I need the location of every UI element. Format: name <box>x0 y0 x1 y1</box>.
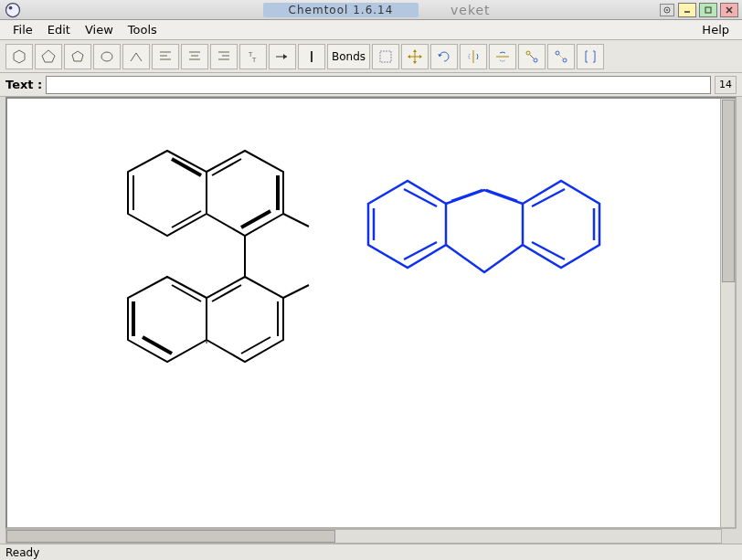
svg-line-51 <box>283 214 309 227</box>
svg-rect-5 <box>705 7 711 13</box>
status-text: Ready <box>5 546 39 559</box>
svg-marker-30 <box>413 61 417 64</box>
app-icon <box>4 1 22 19</box>
svg-point-39 <box>556 51 559 55</box>
app-title: Chemtool 1.6.14 <box>263 3 419 17</box>
svg-line-56 <box>241 337 270 354</box>
maximize-button[interactable] <box>699 3 717 17</box>
minimize-button[interactable] <box>678 3 696 17</box>
svg-marker-24 <box>283 54 287 59</box>
svg-point-3 <box>666 9 668 11</box>
menu-edit[interactable]: Edit <box>40 21 78 38</box>
pin-button[interactable] <box>660 4 674 16</box>
tool-align-left[interactable] <box>152 44 179 69</box>
tool-align-right[interactable] <box>210 44 238 69</box>
svg-line-65 <box>404 242 437 259</box>
svg-rect-26 <box>380 51 391 62</box>
text-row: Text : 14 <box>0 73 742 97</box>
tool-hexagon[interactable] <box>5 44 33 69</box>
svg-point-36 <box>526 51 530 55</box>
tool-flip-h[interactable] <box>489 44 516 69</box>
toolbar: TT Bonds <box>0 40 742 73</box>
tool-bracket[interactable] <box>577 44 604 69</box>
svg-point-11 <box>101 52 112 61</box>
svg-line-64 <box>404 189 437 206</box>
svg-line-38 <box>530 55 534 58</box>
tool-flip-v[interactable] <box>460 44 487 69</box>
titlebar: Chemtool 1.6.14 veket <box>0 0 742 20</box>
text-input[interactable] <box>46 76 711 94</box>
tool-select-box[interactable] <box>372 44 399 69</box>
tool-angle[interactable] <box>122 44 150 69</box>
svg-point-1 <box>9 5 13 9</box>
svg-point-37 <box>534 58 537 62</box>
tool-text-tool[interactable]: TT <box>239 44 267 69</box>
drawing-canvas[interactable] <box>7 99 720 527</box>
svg-marker-52 <box>207 277 283 362</box>
text-size-button[interactable]: 14 <box>715 76 737 94</box>
svg-marker-62 <box>368 181 446 268</box>
menu-file[interactable]: File <box>5 21 40 38</box>
tool-pentagon2[interactable] <box>64 44 91 69</box>
menu-help[interactable]: Help <box>694 21 737 38</box>
horizontal-scrollbar[interactable] <box>5 529 722 544</box>
tool-bond-edit[interactable] <box>518 44 546 69</box>
svg-marker-9 <box>42 50 55 62</box>
tool-arrow[interactable] <box>269 44 296 69</box>
svg-marker-66 <box>523 181 599 268</box>
menubar: File Edit View Tools Help <box>0 20 742 40</box>
status-bar: Ready <box>0 544 742 560</box>
svg-marker-42 <box>128 151 207 236</box>
vscroll-thumb[interactable] <box>722 100 735 282</box>
menu-view[interactable]: View <box>78 21 121 38</box>
svg-line-70 <box>451 190 482 201</box>
tool-circle[interactable] <box>93 44 121 69</box>
svg-line-68 <box>532 189 565 206</box>
menu-tools[interactable]: Tools <box>121 21 164 38</box>
svg-marker-29 <box>413 49 417 52</box>
tool-line[interactable] <box>298 44 325 69</box>
os-title: veket <box>450 3 491 17</box>
canvas-wrap <box>5 97 737 529</box>
svg-marker-10 <box>72 51 83 61</box>
svg-marker-32 <box>419 55 422 58</box>
tool-align-center[interactable] <box>181 44 208 69</box>
tool-move[interactable] <box>401 44 429 69</box>
svg-line-41 <box>559 55 563 58</box>
svg-line-69 <box>532 242 565 259</box>
svg-line-71 <box>486 190 517 201</box>
text-label: Text : <box>5 78 42 91</box>
vertical-scrollbar[interactable] <box>720 99 735 527</box>
svg-point-0 <box>6 3 20 16</box>
svg-marker-43 <box>207 151 283 236</box>
svg-line-49 <box>241 211 270 227</box>
svg-marker-31 <box>408 55 410 58</box>
tool-pentagon1[interactable] <box>35 44 62 69</box>
tool-bonds[interactable]: Bonds <box>327 44 370 69</box>
tool-rotate[interactable] <box>430 44 458 69</box>
svg-text:T: T <box>251 57 257 64</box>
close-button[interactable] <box>720 3 738 17</box>
tool-bond-edit2[interactable] <box>547 44 575 69</box>
svg-line-61 <box>283 285 309 298</box>
hscroll-thumb[interactable] <box>6 530 335 543</box>
svg-point-40 <box>563 58 567 62</box>
svg-marker-8 <box>14 50 25 63</box>
